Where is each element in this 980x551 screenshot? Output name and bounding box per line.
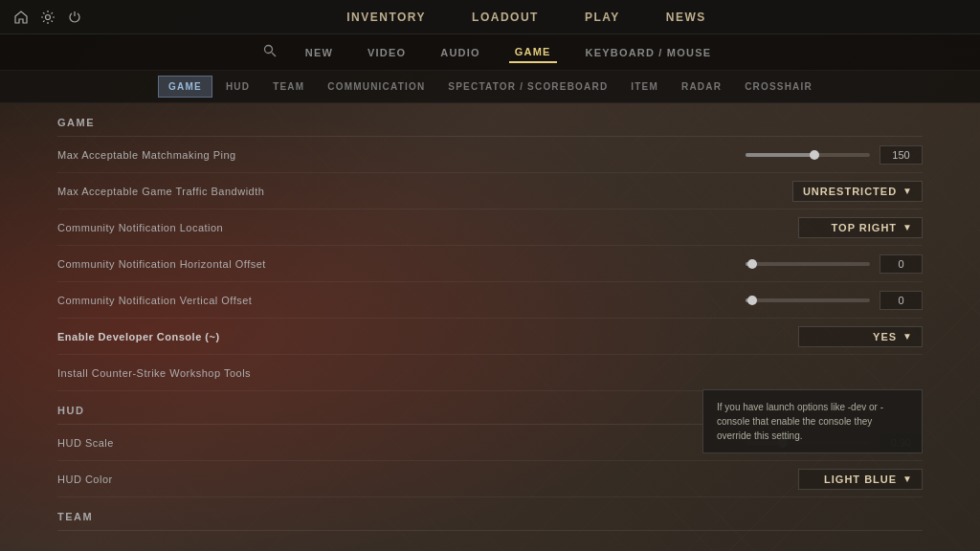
sub-nav-item[interactable]: ITEM xyxy=(621,77,668,97)
settings-nav: NEW VIDEO AUDIO GAME KEYBOARD / MOUSE xyxy=(0,34,980,71)
setting-control-notif-v: 0 xyxy=(364,291,923,310)
settings-nav-keyboard[interactable]: KEYBOARD / MOUSE xyxy=(580,43,718,62)
section-game-header: Game xyxy=(57,103,923,137)
notif-location-dropdown-value: TOP RIGHT xyxy=(832,222,898,233)
sub-nav-crosshair[interactable]: CROSSHAIR xyxy=(735,77,822,97)
nav-inventory[interactable]: INVENTORY xyxy=(343,11,430,24)
settings-nav-audio[interactable]: AUDIO xyxy=(434,43,485,62)
setting-row-notif-location: Community Notification Location TOP RIGH… xyxy=(57,209,923,246)
setting-label-notif-location: Community Notification Location xyxy=(57,222,364,233)
settings-nav-game[interactable]: GAME xyxy=(509,42,557,63)
setting-control-dev-console: YES ▼ xyxy=(364,326,923,347)
notif-location-dropdown[interactable]: TOP RIGHT ▼ xyxy=(798,217,923,238)
workshop-tooltip: If you have launch options like -dev or … xyxy=(702,389,923,453)
setting-control-notif-h: 0 xyxy=(364,254,923,274)
content-area: Game Max Acceptable Matchmaking Ping 150… xyxy=(0,103,980,551)
top-bar: INVENTORY LOADOUT PLAY NEWS xyxy=(0,0,980,34)
setting-control-hud-color: LIGHT BLUE ▼ xyxy=(364,469,923,490)
setting-label-dev-console: Enable Developer Console (~) xyxy=(57,331,364,342)
notif-location-dropdown-arrow: ▼ xyxy=(902,222,912,232)
nav-loadout[interactable]: LOADOUT xyxy=(468,11,543,24)
setting-row-dev-console: Enable Developer Console (~) YES ▼ xyxy=(57,319,923,355)
notif-h-slider-thumb xyxy=(747,259,757,269)
setting-label-notif-h: Community Notification Horizontal Offset xyxy=(57,258,364,270)
top-bar-icons xyxy=(11,8,84,27)
sub-nav-team[interactable]: TEAM xyxy=(263,77,314,97)
notif-h-slider[interactable] xyxy=(746,262,870,266)
setting-control-notif-location: TOP RIGHT ▼ xyxy=(364,217,923,238)
nav-play[interactable]: PLAY xyxy=(581,11,624,24)
notif-h-value: 0 xyxy=(880,254,923,274)
settings-icon[interactable] xyxy=(38,8,57,27)
sub-nav-hud[interactable]: HUD xyxy=(216,77,259,97)
sub-nav-spectator[interactable]: SPECTATOR / SCOREBOARD xyxy=(438,77,617,97)
setting-row-workshop: Install Counter-Strike Workshop Tools If… xyxy=(57,355,923,391)
nav-news[interactable]: NEWS xyxy=(662,11,710,24)
top-bar-nav: INVENTORY LOADOUT PLAY NEWS xyxy=(84,11,969,24)
setting-control-bandwidth: UNRESTRICTED ▼ xyxy=(364,181,923,202)
setting-label-bandwidth: Max Acceptable Game Traffic Bandwidth xyxy=(57,186,364,197)
svg-point-1 xyxy=(264,46,272,54)
settings-nav-new[interactable]: NEW xyxy=(300,43,339,62)
bandwidth-dropdown-arrow: ▼ xyxy=(902,186,912,196)
setting-label-hud-color: HUD Color xyxy=(57,474,364,485)
setting-control-max-ping: 150 xyxy=(364,145,923,165)
bandwidth-dropdown[interactable]: UNRESTRICTED ▼ xyxy=(792,181,923,202)
hud-color-dropdown-arrow: ▼ xyxy=(902,474,912,484)
dev-console-dropdown[interactable]: YES ▼ xyxy=(798,326,923,347)
sub-nav-radar[interactable]: RADAR xyxy=(672,77,731,97)
setting-label-notif-v: Community Notification Vertical Offset xyxy=(57,295,364,306)
max-ping-value: 150 xyxy=(880,145,923,165)
setting-label-hud-scale: HUD Scale xyxy=(57,437,364,449)
setting-row-notif-h: Community Notification Horizontal Offset… xyxy=(57,246,923,282)
notif-v-slider[interactable] xyxy=(746,298,870,302)
notif-v-value: 0 xyxy=(880,291,923,310)
app-container: INVENTORY LOADOUT PLAY NEWS NEW VIDEO AU… xyxy=(0,0,980,551)
setting-row-hud-color: HUD Color LIGHT BLUE ▼ xyxy=(57,461,923,497)
notif-v-slider-thumb xyxy=(747,296,757,305)
max-ping-slider-thumb xyxy=(810,150,819,160)
section-team-header: Team xyxy=(57,497,923,531)
dev-console-dropdown-value: YES xyxy=(873,331,897,342)
setting-row-bandwidth: Max Acceptable Game Traffic Bandwidth UN… xyxy=(57,173,923,209)
setting-row-notif-v: Community Notification Vertical Offset 0 xyxy=(57,282,923,319)
max-ping-slider-fill xyxy=(746,153,814,157)
search-icon[interactable] xyxy=(263,44,277,60)
svg-line-2 xyxy=(272,53,276,56)
svg-point-0 xyxy=(46,14,51,19)
max-ping-slider[interactable] xyxy=(746,153,870,157)
settings-nav-video[interactable]: VIDEO xyxy=(362,43,412,62)
sub-nav-game[interactable]: GAME xyxy=(158,76,212,98)
setting-label-workshop: Install Counter-Strike Workshop Tools xyxy=(57,367,364,379)
setting-label-max-ping: Max Acceptable Matchmaking Ping xyxy=(57,149,364,161)
sub-nav: GAME HUD TEAM COMMUNICATION SPECTATOR / … xyxy=(0,71,980,103)
sub-nav-communication[interactable]: COMMUNICATION xyxy=(318,77,434,97)
hud-color-dropdown[interactable]: LIGHT BLUE ▼ xyxy=(798,469,923,490)
hud-color-dropdown-value: LIGHT BLUE xyxy=(824,474,897,485)
bandwidth-dropdown-value: UNRESTRICTED xyxy=(803,186,897,197)
setting-row-max-ping: Max Acceptable Matchmaking Ping 150 xyxy=(57,137,923,173)
home-icon[interactable] xyxy=(11,8,31,27)
dev-console-dropdown-arrow: ▼ xyxy=(902,331,912,342)
power-icon[interactable] xyxy=(65,8,84,27)
